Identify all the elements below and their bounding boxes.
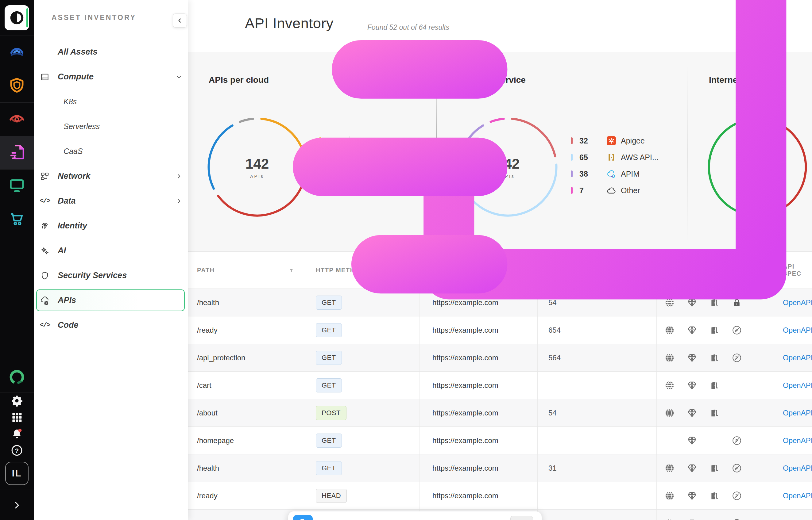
sidebar-item-k8s[interactable]: K8s	[34, 89, 188, 114]
cell-inspected	[538, 427, 657, 454]
rail-item-eye-red[interactable]	[0, 102, 34, 136]
cell-method: POST	[302, 399, 419, 426]
dock-tool-icon[interactable]	[366, 519, 376, 520]
sidebar-collapse-button[interactable]	[173, 14, 187, 28]
avatar-initials: IL	[5, 462, 28, 485]
rail-item-apps[interactable]	[0, 409, 34, 425]
contrast-logo-icon	[5, 5, 29, 30]
gem-risk-icon	[687, 518, 709, 520]
cell-api-spec: OpenAPI	[777, 372, 812, 399]
help-icon: ?	[0, 442, 34, 459]
cell-risk-factors	[657, 427, 777, 454]
dock-tool-icon[interactable]	[485, 519, 494, 520]
dock-secondary-button[interactable]	[510, 516, 533, 520]
dock-divider	[505, 515, 505, 520]
table-row[interactable]: /health GET https://example.com 31 OpenA…	[188, 454, 812, 482]
chevron-right-icon[interactable]	[175, 173, 182, 180]
cell-risk-factors	[657, 372, 777, 399]
globe-risk-icon	[664, 353, 687, 363]
dock-primary-button[interactable]	[293, 515, 313, 520]
identity-icon	[40, 221, 50, 231]
dock-tool-icon[interactable]	[402, 519, 412, 520]
cell-api-spec: OpenAPI	[777, 482, 812, 509]
cell-path: /ready	[188, 482, 302, 509]
cell-inspected: 54	[538, 399, 657, 426]
sidebar-item-ai[interactable]: AI	[34, 238, 188, 263]
rail-bottom-section: ? IL	[0, 362, 34, 520]
rail-item-api-doc-pink[interactable]	[0, 136, 34, 169]
page-title: API Inventory	[245, 15, 334, 32]
sidebar-title: ASSET INVENTORY	[52, 14, 136, 22]
gem-risk-icon	[687, 380, 709, 391]
inspected-value: 99	[548, 519, 557, 520]
sidebar-item-identity[interactable]: Identity	[34, 213, 188, 238]
api-spec-link[interactable]: OpenAPI	[783, 354, 812, 362]
wasp-risk-icon	[732, 463, 754, 473]
rail-item-ring-logo[interactable]	[0, 362, 34, 392]
rail-item-shield-orange[interactable]	[0, 69, 34, 102]
chevron-right-icon	[0, 490, 34, 520]
rail-expand-button[interactable]	[0, 490, 34, 520]
radar-icon	[8, 43, 25, 62]
table-row[interactable]: /ready HEAD https://example.com OpenAPI	[188, 482, 812, 509]
table-row[interactable]: /about POST https://example.com 54 OpenA…	[188, 399, 812, 426]
rail-item-monitor-green[interactable]	[0, 169, 34, 203]
rail-item-notifications[interactable]	[0, 425, 34, 442]
server-value: https://example.com	[433, 436, 498, 445]
monitor-green-icon	[8, 177, 25, 195]
api-spec-link[interactable]: OpenAPI	[783, 436, 812, 445]
api-spec-link[interactable]: OpenAPI	[783, 409, 812, 417]
table-row[interactable]: /homepage GET https://example.com OpenAP…	[188, 426, 812, 454]
eye-red-icon	[8, 110, 25, 128]
cell-server: https://example.com	[419, 427, 538, 454]
user-avatar[interactable]: IL	[0, 459, 34, 488]
inspected-value: 31	[548, 464, 557, 472]
rail-item-help[interactable]: ?	[0, 442, 34, 459]
door-risk-icon	[709, 463, 732, 473]
rail-item-cart-teal[interactable]	[0, 203, 34, 236]
api-spec-link[interactable]: OpenAPI	[783, 519, 812, 520]
cell-api-spec: OpenAPI	[777, 510, 812, 520]
sidebar-item-data[interactable]: </>Data	[34, 188, 188, 213]
sidebar-item-security-services[interactable]: Security Services	[34, 263, 188, 288]
rail-item-radar[interactable]	[0, 35, 34, 69]
chevron-right-icon[interactable]	[175, 198, 182, 205]
inspected-value: 564	[548, 354, 561, 362]
path-value: /api_protection	[197, 519, 245, 520]
sidebar-item-label: Serverless	[64, 122, 100, 131]
wasp-risk-icon	[732, 491, 754, 501]
cell-server: https://example.com	[419, 482, 538, 509]
globe-risk-icon	[664, 463, 687, 473]
server-value: https://example.com	[433, 381, 498, 390]
wasp-risk-icon	[732, 518, 754, 520]
settings-gear-icon	[0, 392, 34, 409]
chevron-down-icon[interactable]	[175, 74, 182, 80]
inspected-value: 54	[548, 409, 557, 417]
dock-tool-icon[interactable]	[463, 519, 472, 520]
api-spec-link[interactable]: OpenAPI	[783, 381, 812, 390]
table-row[interactable]: /cart GET https://example.com OpenAPI	[188, 371, 812, 399]
ai-icon	[40, 246, 50, 256]
api-spec-link[interactable]: OpenAPI	[783, 464, 812, 472]
compute-icon	[40, 72, 50, 82]
rail-item-settings[interactable]	[0, 392, 34, 409]
cell-risk-factors	[657, 399, 777, 426]
cell-api-spec: OpenAPI	[777, 427, 812, 454]
dock-tool-icon[interactable]	[331, 519, 340, 520]
brand-logo-tile[interactable]	[0, 0, 34, 35]
server-value: https://example.com	[433, 354, 498, 362]
sidebar-item-caas[interactable]: CaaS	[34, 139, 188, 164]
sidebar-item-all-assets[interactable]: All Assets	[34, 40, 188, 64]
sidebar-item-network[interactable]: Network	[34, 164, 188, 188]
cell-server: https://example.com	[419, 372, 538, 399]
cell-server: https://example.com	[419, 454, 538, 482]
data-icon: </>	[40, 196, 50, 206]
api-spec-link[interactable]: OpenAPI	[783, 492, 812, 500]
sidebar-item-code[interactable]: </>Code	[34, 313, 188, 338]
sidebar-item-compute[interactable]: Compute	[34, 64, 188, 89]
sidebar-item-apis[interactable]: APIs	[34, 288, 188, 313]
gem-risk-icon	[687, 435, 709, 446]
gem-risk-icon	[687, 491, 709, 501]
sidebar-item-serverless[interactable]: Serverless	[34, 114, 188, 139]
door-risk-icon	[709, 491, 732, 501]
